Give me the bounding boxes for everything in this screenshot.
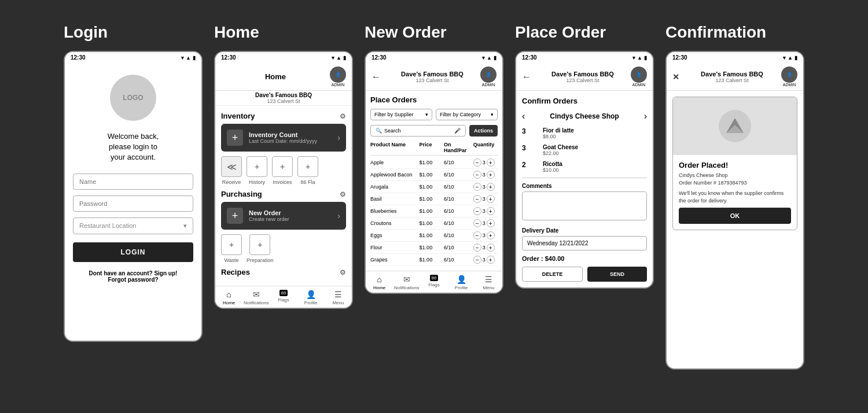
place-order-header-center: Dave's Famous BBQ 123 Calvert St: [535, 71, 631, 83]
qty-minus-button[interactable]: −: [473, 256, 481, 264]
qty-control: − 3 +: [473, 158, 498, 167]
invoices-icon: +: [272, 156, 293, 177]
signup-link[interactable]: Sign up!: [154, 270, 177, 276]
menu-nav-label: Menu: [332, 300, 344, 305]
purchasing-plus-button[interactable]: +: [227, 208, 243, 224]
waste-action[interactable]: + Waste: [221, 234, 242, 263]
qty-minus-button[interactable]: −: [473, 207, 481, 215]
qty-minus-button[interactable]: −: [473, 219, 481, 227]
order-item-name: Fior di latte: [543, 127, 647, 134]
product-price: $1.00: [420, 233, 444, 238]
qty-plus-button[interactable]: +: [487, 244, 495, 252]
nav-notifications[interactable]: ✉ Notifications: [242, 290, 270, 305]
confirmation-supplier: Cindys Cheese Shop: [679, 172, 728, 178]
home-status-bar: 12:30 ▾ ▲ ▮: [215, 52, 352, 63]
recipes-gear-icon[interactable]: ⚙: [340, 268, 346, 276]
send-button[interactable]: SEND: [587, 267, 647, 282]
qty-minus-button[interactable]: −: [473, 171, 481, 179]
qty-plus-button[interactable]: +: [487, 183, 495, 191]
place-order-status-icons: ▾ ▲ ▮: [632, 55, 647, 61]
location-select[interactable]: Restaurant Location ▾: [73, 217, 193, 234]
supplier-next-button[interactable]: ›: [644, 111, 647, 121]
nav-home-new-order[interactable]: ⌂ Home: [366, 275, 393, 290]
nav-profile[interactable]: 👤 Profile: [297, 290, 325, 305]
inventory-plus-button[interactable]: +: [227, 130, 243, 146]
recipes-section-header: Recipes ⚙: [221, 268, 346, 276]
nav-flags[interactable]: 86 Flags: [270, 290, 297, 305]
qty-control: − 3 +: [473, 183, 498, 191]
nav-menu-new-order[interactable]: ☰ Menu: [475, 275, 502, 290]
delivery-date-input[interactable]: Wednesday 12/21/2022: [522, 236, 647, 250]
invoices-action[interactable]: + Invoices: [272, 156, 293, 185]
new-order-back-button[interactable]: ←: [372, 72, 381, 82]
nav-home[interactable]: ⌂ Home: [215, 290, 242, 305]
password-input[interactable]: [73, 196, 193, 212]
qty-minus-button[interactable]: −: [473, 244, 481, 252]
confirmation-close-button[interactable]: ✕: [672, 72, 679, 82]
flags-nav-label: Flags: [428, 282, 440, 287]
table-row: Grapes $1.00 6/10 − 3 +: [370, 254, 498, 266]
home-restaurant-header: Dave's Famous BBQ 123 Calvert St: [215, 91, 352, 106]
delete-button[interactable]: DELETE: [522, 267, 583, 282]
ok-button[interactable]: OK: [679, 208, 791, 224]
preparation-action[interactable]: + Preparation: [247, 234, 274, 263]
qty-plus-button[interactable]: +: [487, 158, 495, 167]
purchasing-quick-actions: + Waste + Preparation: [221, 234, 346, 263]
qty-plus-button[interactable]: +: [487, 256, 495, 264]
supplier-prev-button[interactable]: ‹: [522, 111, 525, 121]
search-box[interactable]: 🔍 Search 🎤: [370, 125, 466, 137]
qty-minus-button[interactable]: −: [473, 231, 481, 239]
order-item-details: Goat Cheese $22.00: [543, 144, 647, 156]
filter-category-select[interactable]: Filter by Category ▾: [436, 109, 498, 120]
order-item-qty: 3: [522, 144, 539, 156]
order-number: Order Number # 1879384793: [679, 180, 747, 186]
history-action[interactable]: + History: [247, 156, 267, 185]
nav-flags-new-order[interactable]: 86 Flags: [420, 275, 447, 290]
qty-plus-button[interactable]: +: [487, 207, 495, 215]
inventory-gear-icon[interactable]: ⚙: [340, 112, 346, 120]
recipes-title: Recipes: [221, 268, 250, 276]
qty-value: 3: [483, 172, 486, 178]
place-order-back-button[interactable]: ←: [522, 72, 531, 82]
place-order-content: Confirm Orders ‹ Cindys Cheese Shop › 3 …: [516, 91, 653, 287]
comments-textarea[interactable]: [522, 191, 647, 220]
inventory-quick-actions: ≪ Receive + History + Invoices + 86 Fla: [221, 156, 346, 185]
nav-profile-new-order[interactable]: 👤 Profile: [448, 275, 475, 290]
qty-control: − 3 +: [473, 256, 498, 264]
flags-action[interactable]: + 86 Fla: [297, 156, 318, 185]
battery-icon: ▮: [343, 55, 346, 61]
inventory-card-sub: Last Count Date: mm/dd/yyyy: [249, 138, 332, 144]
col-product: Product Name: [370, 142, 420, 153]
qty-minus-button[interactable]: −: [473, 183, 481, 191]
preparation-icon: +: [249, 234, 270, 255]
qty-plus-button[interactable]: +: [487, 219, 495, 227]
qty-minus-button[interactable]: −: [473, 158, 481, 167]
purchasing-gear-icon[interactable]: ⚙: [340, 190, 346, 198]
purchasing-card[interactable]: + New Order Create new order ›: [221, 202, 346, 230]
login-button[interactable]: LOGIN: [73, 242, 193, 262]
filter-category-label: Filter by Category: [440, 112, 481, 117]
actions-button[interactable]: Actions: [469, 125, 498, 137]
home-header-info: Home: [221, 72, 330, 81]
forgot-password-link[interactable]: Forgot password?: [108, 276, 158, 283]
order-item-name: Ricotta: [543, 161, 647, 167]
confirmation-screen-container: Confirmation 12:30 ▾ ▲ ▮ ✕ Dave's Famous…: [665, 23, 804, 370]
qty-plus-button[interactable]: +: [487, 195, 495, 203]
product-name: Blueberries: [370, 208, 420, 214]
qty-minus-button[interactable]: −: [473, 195, 481, 203]
qty-control: − 3 +: [473, 244, 498, 252]
qty-plus-button[interactable]: +: [487, 231, 495, 239]
filter-supplier-select[interactable]: Filter by Supplier ▾: [370, 109, 432, 120]
name-input[interactable]: [73, 174, 193, 190]
nav-menu[interactable]: ☰ Menu: [325, 290, 352, 305]
nav-notifications-new-order[interactable]: ✉ Notifications: [393, 275, 420, 290]
receive-action[interactable]: ≪ Receive: [221, 156, 242, 185]
profile-nav-icon: 👤: [306, 290, 316, 299]
confirmation-header-center: Dave's Famous BBQ 123 Calvert St: [683, 71, 781, 83]
qty-plus-button[interactable]: +: [487, 171, 495, 179]
home-nav-icon: ⌂: [226, 290, 231, 299]
table-row: Applewood Bacon $1.00 6/10 − 3 +: [370, 169, 498, 181]
inventory-card[interactable]: + Inventory Count Last Count Date: mm/dd…: [221, 124, 346, 152]
search-label: Search: [384, 128, 401, 134]
battery-icon: ▮: [795, 55, 797, 61]
